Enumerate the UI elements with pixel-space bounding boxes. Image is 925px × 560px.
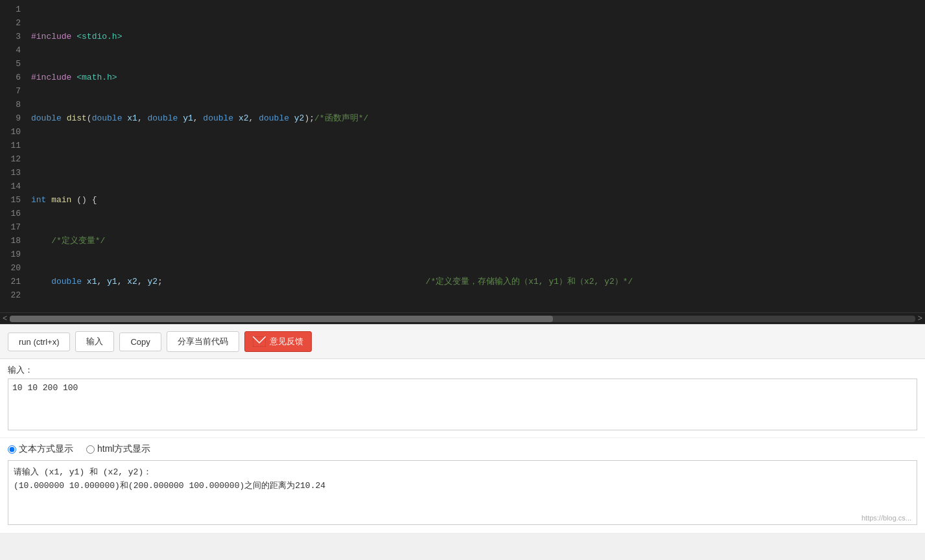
- code-editor: 1 2 3 4 5 6 7 8 9 10 11 12 13 14 15 16 1…: [0, 0, 925, 324]
- output-wrapper: 请输入 (x1, y1) 和 (x2, y2)： (10.000000 10.0…: [0, 460, 925, 533]
- horizontal-scrollbar[interactable]: < >: [0, 312, 925, 324]
- radio-html-input[interactable]: [86, 445, 95, 454]
- run-button[interactable]: run (ctrl+x): [8, 332, 70, 351]
- share-button[interactable]: 分享当前代码: [167, 331, 239, 352]
- radio-section: 文本方式显示 html方式显示: [0, 438, 925, 460]
- input-label: 输入：: [8, 364, 917, 376]
- radio-html-label: html方式显示: [97, 443, 150, 455]
- code-content-area[interactable]: 1 2 3 4 5 6 7 8 9 10 11 12 13 14 15 16 1…: [0, 0, 925, 312]
- radio-text-option[interactable]: 文本方式显示: [8, 443, 73, 455]
- radio-text-input[interactable]: [8, 445, 16, 454]
- scrollbar-track[interactable]: [10, 316, 915, 322]
- watermark: https://blog.cs...: [861, 514, 911, 522]
- radio-html-option[interactable]: html方式显示: [86, 443, 150, 455]
- line-numbers: 1 2 3 4 5 6 7 8 9 10 11 12 13 14 15 16 1…: [0, 3, 26, 310]
- output-section: 请输入 (x1, y1) 和 (x2, y2)： (10.000000 10.0…: [8, 460, 917, 525]
- input-section: 输入： 10 10 200 100: [0, 359, 925, 438]
- feedback-button[interactable]: 意见反馈: [244, 331, 312, 352]
- toolbar: run (ctrl+x) 输入 Copy 分享当前代码 意见反馈: [0, 324, 925, 359]
- scrollbar-thumb[interactable]: [10, 316, 553, 322]
- output-text: 请输入 (x1, y1) 和 (x2, y2)： (10.000000 10.0…: [14, 466, 911, 493]
- radio-text-label: 文本方式显示: [19, 443, 73, 455]
- mail-icon: [253, 336, 266, 347]
- copy-button[interactable]: Copy: [119, 332, 161, 351]
- input-textarea[interactable]: 10 10 200 100: [8, 379, 917, 430]
- code-lines: #include <stdio.h> #include <math.h> dou…: [26, 3, 925, 310]
- input-button[interactable]: 输入: [75, 331, 114, 352]
